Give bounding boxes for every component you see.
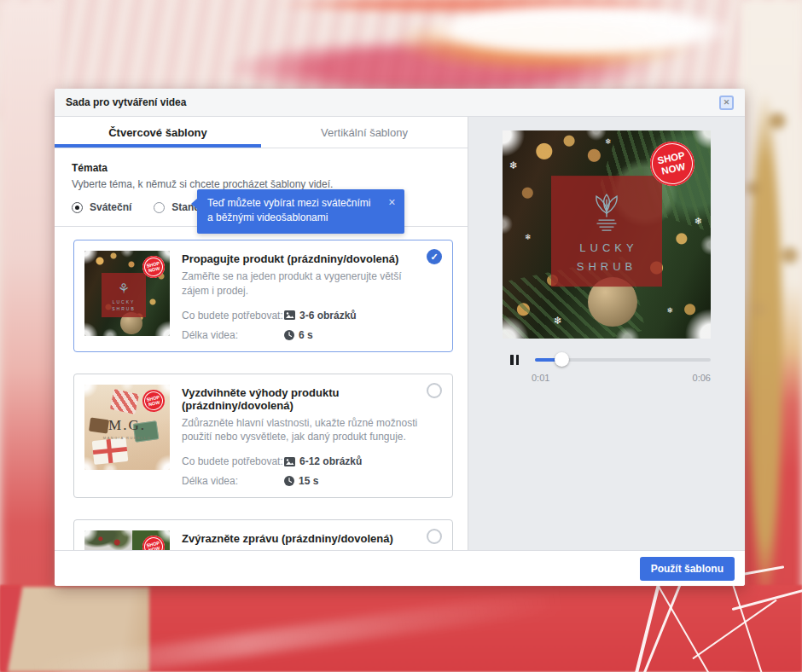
template-title: Zvýrazněte zprávu (prázdniny/dovolená) (182, 532, 418, 545)
images-icon (284, 457, 295, 466)
template-card-highlight-message[interactable]: HOLIDAYDEAL CTA SHOPNOW Zvýrazněte zpráv… (73, 519, 453, 550)
clock-icon (284, 476, 294, 486)
images-icon (284, 310, 295, 320)
brand-name: LUCKYSHRUB (575, 239, 637, 276)
themes-heading: Témata (72, 162, 450, 174)
video-creation-kit-dialog: Sada pro vytváření videa ✕ Čtvercové šab… (55, 89, 745, 586)
brand-name: M.G. (84, 417, 170, 434)
background-left-blur (0, 0, 60, 672)
radio-holiday-theme[interactable]: Sváteční (72, 201, 131, 213)
dialog-title: Sada pro vytváření videa (66, 96, 186, 108)
slider-thumb[interactable] (555, 352, 569, 367)
radio-unselected-icon[interactable] (154, 202, 165, 213)
dialog-footer: Použít šablonu (55, 550, 745, 586)
video-preview[interactable]: LUCKYSHRUB SHOPNOW ❄ ❄ ❄ ❄ ❄ ❄ (503, 130, 711, 339)
dialog-header: Sada pro vytváření videa ✕ (55, 89, 745, 117)
template-thumbnail: ⚘ LUCKYSHRUB SHOPNOW (84, 251, 170, 336)
length-label: Délka videa: (182, 475, 284, 487)
brand-subtitle: MANGIA RUBELLO (84, 436, 170, 440)
needs-label: Co budete potřebovat: (182, 310, 284, 322)
length-label: Délka videa: (182, 329, 284, 341)
shop-now-badge: SHOPNOW (141, 387, 167, 414)
tab-square-templates[interactable]: Čtvercové šablony (55, 117, 261, 148)
total-time: 0:06 (693, 373, 711, 383)
brand-square: LUCKYSHRUB (551, 176, 662, 287)
gift-box (110, 389, 139, 414)
video-preview-panel: LUCKYSHRUB SHOPNOW ❄ ❄ ❄ ❄ ❄ ❄ (468, 117, 745, 550)
themes-subtitle: Vyberte téma, k němuž si chcete procháze… (72, 178, 450, 190)
pause-button[interactable] (508, 354, 521, 366)
pine-sprig (84, 530, 134, 550)
length-value: 15 s (299, 475, 318, 487)
tooltip-close-icon[interactable]: ✕ (388, 196, 396, 226)
close-icon[interactable]: ✕ (719, 96, 734, 110)
template-card-highlight-benefits[interactable]: M.G. MANGIA RUBELLO SHOPNOW Vyzdvihněte … (73, 374, 453, 499)
tooltip-text: Teď můžete vybírat mezi svátečními a běž… (207, 196, 371, 226)
gift-box (92, 437, 129, 465)
selected-check-icon[interactable]: ✓ (427, 249, 442, 264)
length-value: 6 s (299, 329, 313, 341)
tab-vertical-templates[interactable]: Vertikální šablony (261, 117, 468, 148)
video-player-controls (503, 353, 711, 367)
seek-slider[interactable] (535, 353, 711, 367)
shrub-logo-icon (584, 191, 630, 232)
current-time: 0:01 (532, 373, 549, 383)
brand-square: ⚘ LUCKYSHRUB (102, 273, 146, 317)
template-description: Vyberte produkty vedle nabídky nebo zprá… (182, 549, 418, 550)
unselected-radio-icon[interactable] (427, 383, 442, 398)
theme-switch-tooltip: Teď můžete vybírat mezi svátečními a běž… (197, 189, 404, 234)
template-title: Vyzdvihněte výhody produktu (prázdniny/d… (182, 386, 418, 412)
needs-label: Co budete potřebovat: (182, 455, 284, 467)
template-cards-list: ⚘ LUCKYSHRUB SHOPNOW Propagujte produkt … (55, 227, 468, 550)
template-card-promote-product[interactable]: ⚘ LUCKYSHRUB SHOPNOW Propagujte produkt … (73, 240, 453, 352)
needs-value: 3-6 obrázků (299, 310, 357, 322)
template-description: Zaměřte se na jeden produkt a vygenerujt… (182, 269, 418, 298)
template-thumbnail: HOLIDAYDEAL CTA SHOPNOW (84, 530, 170, 550)
template-thumbnail: M.G. MANGIA RUBELLO SHOPNOW (84, 385, 170, 470)
template-tabs: Čtvercové šablony Vertikální šablony (55, 117, 468, 148)
template-description: Zdůrazněte hlavní vlastnosti, ukažte růz… (182, 416, 418, 445)
plant-icon: ⚘ (118, 282, 130, 296)
needs-value: 6-12 obrázků (299, 455, 362, 467)
template-title: Propagujte produkt (prázdniny/dovolená) (182, 252, 418, 265)
time-labels: 0:01 0:06 (503, 373, 711, 383)
clock-icon (284, 330, 294, 340)
apply-template-button[interactable]: Použít šablonu (640, 557, 735, 581)
dialog-body: Čtvercové šablony Vertikální šablony Tém… (55, 117, 745, 550)
template-list-panel: Čtvercové šablony Vertikální šablony Tém… (55, 117, 468, 550)
radio-selected-icon[interactable] (72, 202, 83, 213)
